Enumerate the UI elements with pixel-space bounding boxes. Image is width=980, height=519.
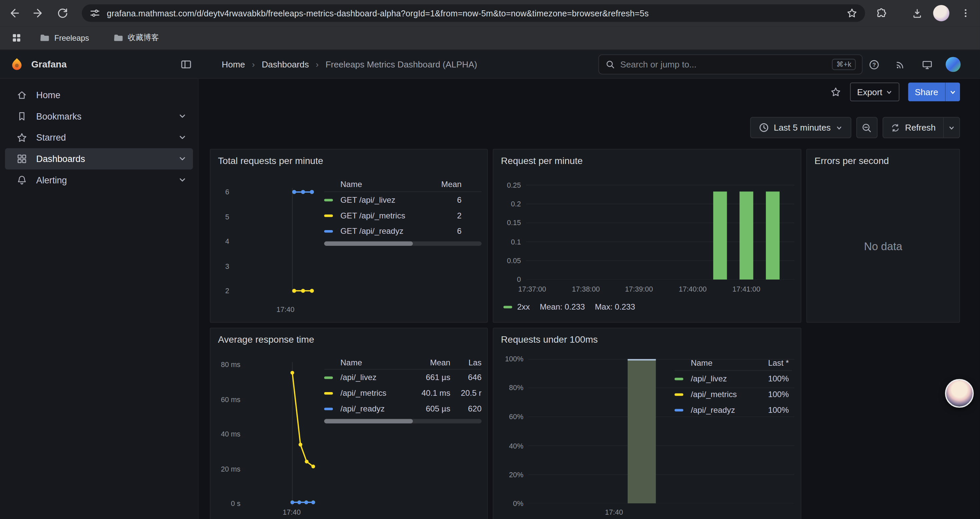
zoom-out-icon xyxy=(862,122,872,133)
grafana-brand[interactable]: Grafana xyxy=(31,59,67,69)
panel-title[interactable]: Requests under 100ms xyxy=(501,334,598,345)
dock-menu-button[interactable] xyxy=(179,57,194,71)
series-name[interactable]: /api/_readyz xyxy=(691,405,751,414)
tick-label: 5 xyxy=(212,212,229,221)
x-tick-label: 17:40:00 xyxy=(674,284,711,293)
apps-grid-icon xyxy=(11,32,22,43)
series-color-swatch xyxy=(503,306,512,308)
scrollbar-thumb[interactable] xyxy=(324,419,413,423)
panel-title[interactable]: Average response time xyxy=(218,334,314,345)
tick-label: 80% xyxy=(496,383,523,392)
panel-errors-per-second: Errors per second No data xyxy=(806,149,960,323)
panel-title[interactable]: Total requests per minute xyxy=(218,155,323,166)
share-button[interactable]: Share xyxy=(908,83,960,101)
series-point xyxy=(301,289,305,293)
series-point xyxy=(301,190,305,194)
series-point xyxy=(310,289,314,293)
kiosk-mode-button[interactable] xyxy=(916,54,938,75)
x-axis-label: 17:40 xyxy=(273,508,310,516)
chevron-down-icon[interactable] xyxy=(178,133,187,142)
help-button[interactable]: ? xyxy=(863,54,885,75)
series-last: 620 xyxy=(450,404,482,414)
news-button[interactable] xyxy=(889,54,911,75)
series-name[interactable]: 2xx xyxy=(517,302,530,311)
panel-request-per-minute: Request per minute 0.250.20.150.10.050 1… xyxy=(493,149,801,323)
series-name[interactable]: /api/_metrics xyxy=(340,388,414,398)
series-name[interactable]: /api/_readyz xyxy=(340,404,414,414)
url-bar[interactable]: grafana.mathmast.com/d/deytv4rwavabkb/fr… xyxy=(82,4,865,22)
dots-vertical-icon xyxy=(960,7,971,19)
time-range-picker[interactable]: Last 5 minutes xyxy=(750,117,851,138)
sidebar-item-dashboards[interactable]: Dashboards xyxy=(5,148,193,170)
legend-table: Name Last * /api/_livez 100% /api/_metri… xyxy=(675,356,792,417)
chevron-down-icon[interactable] xyxy=(178,112,187,121)
series-mean: 6 xyxy=(426,195,461,204)
tick-label: 0 xyxy=(496,275,521,284)
legend-col-last[interactable]: Las xyxy=(450,358,482,367)
series-name[interactable]: /api/_livez xyxy=(691,374,751,383)
sidebar-item-starred[interactable]: Starred xyxy=(5,127,193,148)
panel-title[interactable]: Request per minute xyxy=(501,155,583,166)
refresh-button[interactable]: Refresh xyxy=(883,118,943,137)
breadcrumb-dashboards[interactable]: Dashboards xyxy=(262,59,309,69)
reload-button[interactable] xyxy=(52,3,72,23)
legend-col-name[interactable]: Name xyxy=(340,179,426,189)
series-name[interactable]: GET /api/_metrics xyxy=(340,211,426,220)
sync-icon xyxy=(891,123,900,132)
tick-label: 4 xyxy=(212,237,229,246)
export-button[interactable]: Export xyxy=(850,83,899,101)
sidebar-item-alerting[interactable]: Alerting xyxy=(5,169,193,191)
assistant-extension-avatar[interactable] xyxy=(945,379,974,408)
legend-col-name[interactable]: Name xyxy=(340,358,414,367)
sidebar-item-bookmarks[interactable]: Bookmarks xyxy=(5,105,193,127)
panel-title[interactable]: Errors per second xyxy=(815,155,889,166)
grafana-logo[interactable] xyxy=(10,57,24,72)
favorite-dashboard-button[interactable] xyxy=(830,86,842,97)
series-name[interactable]: /api/_metrics xyxy=(691,390,751,399)
star-outline-icon xyxy=(830,86,842,97)
series-color-swatch xyxy=(324,392,333,394)
legend-col-mean[interactable]: Mean xyxy=(414,358,450,367)
bookmark-star-icon[interactable] xyxy=(846,7,858,19)
series-color-swatch xyxy=(675,409,683,411)
user-avatar[interactable] xyxy=(946,57,961,72)
url-text[interactable]: grafana.mathmast.com/d/deytv4rwavabkb/fr… xyxy=(107,8,840,18)
legend-col-last[interactable]: Last * xyxy=(751,358,789,368)
back-button[interactable] xyxy=(4,3,24,23)
legend-scrollbar[interactable] xyxy=(324,419,482,423)
refresh-interval-caret[interactable] xyxy=(943,118,959,137)
browser-menu-button[interactable] xyxy=(955,2,976,24)
breadcrumb-home[interactable]: Home xyxy=(222,59,245,69)
series-name[interactable]: GET /api/_readyz xyxy=(340,227,426,236)
sidebar-item-label: Dashboards xyxy=(37,154,85,164)
series-name[interactable]: /api/_livez xyxy=(340,373,414,382)
search-box[interactable]: ⌘+k xyxy=(598,54,862,75)
search-input[interactable] xyxy=(620,59,827,69)
legend-scrollbar[interactable] xyxy=(324,241,482,246)
apps-shortcut-button[interactable] xyxy=(7,29,25,46)
legend-row: /api/_livez 100% xyxy=(675,371,792,386)
chevron-down-icon[interactable] xyxy=(178,155,187,163)
dashboards-grid-icon xyxy=(16,153,28,164)
x-tick-label: 17:41:00 xyxy=(727,284,765,293)
sidebar-item-home[interactable]: Home xyxy=(5,85,193,106)
tick-label: 40 ms xyxy=(213,430,240,438)
series-mean: 2 xyxy=(426,211,461,220)
forward-button[interactable] xyxy=(28,3,48,23)
scrollbar-thumb[interactable] xyxy=(324,241,413,246)
profile-avatar[interactable] xyxy=(933,5,950,21)
download-icon xyxy=(911,7,923,19)
downloads-button[interactable] xyxy=(906,2,928,24)
legend-col-mean[interactable]: Mean xyxy=(426,179,461,189)
legend-col-name[interactable]: Name xyxy=(691,358,751,368)
bar xyxy=(628,359,656,504)
legend-row: GET /api/_metrics 2 xyxy=(324,208,482,224)
bookmark-folder-blogs[interactable]: 收藏博客 xyxy=(107,30,164,46)
share-menu-caret[interactable] xyxy=(946,83,960,101)
bookmark-folder-freeleaps[interactable]: Freeleaps xyxy=(34,30,95,46)
chevron-down-icon[interactable] xyxy=(178,176,187,184)
extensions-button[interactable] xyxy=(870,2,892,24)
series-name[interactable]: GET /api/_livez xyxy=(340,195,426,204)
zoom-out-button[interactable] xyxy=(856,117,878,138)
tick-label: 40% xyxy=(496,441,523,450)
